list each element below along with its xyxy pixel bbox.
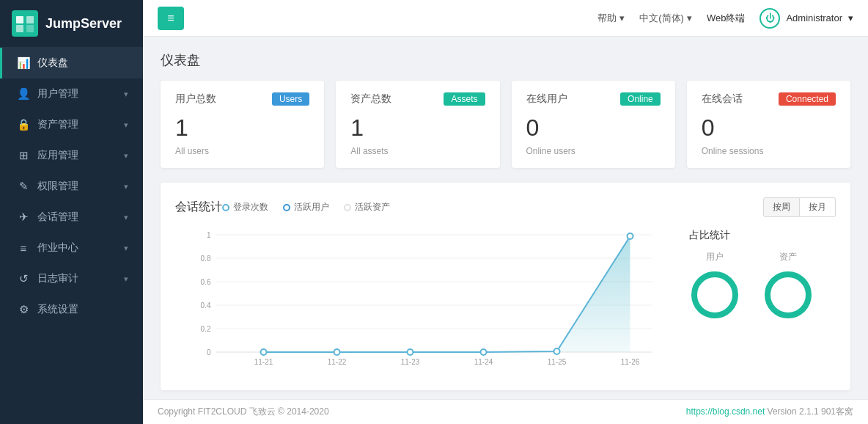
svg-text:11-23: 11-23 <box>401 358 420 366</box>
stat-card-users: 用户总数 Users 1 All users <box>161 81 324 168</box>
header-actions: 帮助 ▾ 中文(简体) ▾ Web终端 ⏻ Administrator ▾ <box>597 8 853 29</box>
svg-text:1: 1 <box>207 231 211 239</box>
logo-icon <box>12 10 38 37</box>
logo-area: JumpServer <box>0 0 143 48</box>
stat-desc: Online users <box>526 146 661 156</box>
session-stats-title: 会话统计 <box>175 200 222 215</box>
status-badge: Online <box>620 92 661 106</box>
help-link[interactable]: 帮助 ▾ <box>597 12 625 25</box>
svg-rect-0 <box>12 10 38 37</box>
sidebar-item-label: 系统设置 <box>37 303 128 316</box>
legend-users: 活跃用户 <box>283 201 329 213</box>
stats-body: 1 0.8 0.6 0.4 0.2 0 11 <box>175 229 836 376</box>
svg-text:11-22: 11-22 <box>328 358 347 366</box>
svg-text:0: 0 <box>207 348 211 357</box>
line-chart: 1 0.8 0.6 0.4 0.2 0 11 <box>175 229 674 376</box>
legend-label-assets: 活跃资产 <box>355 201 390 213</box>
svg-text:0.2: 0.2 <box>201 325 211 333</box>
stats-header: 会话统计 登录次数 活跃用户 活跃资产 <box>175 197 836 217</box>
lock-icon: 🔒 <box>17 118 30 131</box>
web-terminal-link[interactable]: Web终端 <box>707 12 746 25</box>
grid-icon: ⊞ <box>17 149 30 162</box>
legend-logins: 登录次数 <box>222 201 268 213</box>
log-icon: ↺ <box>17 272 30 285</box>
legend-dot-assets <box>344 204 351 211</box>
svg-point-24 <box>261 349 267 355</box>
copyright-text: Copyright FIT2CLOUD 飞致云 © 2014-2020 <box>158 406 329 418</box>
chevron-down-icon: ▾ <box>124 120 128 130</box>
sidebar-item-label: 应用管理 <box>37 149 124 162</box>
sidebar-item-label: 作业中心 <box>37 241 124 255</box>
stat-cards: 用户总数 Users 1 All users 资产总数 Assets 1 All… <box>161 81 850 168</box>
power-icon: ⏻ <box>765 12 775 23</box>
chart-area: 1 0.8 0.6 0.4 0.2 0 11 <box>175 229 674 376</box>
header: ≡ 帮助 ▾ 中文(简体) ▾ Web终端 ⏻ Administrator ▾ <box>143 0 868 37</box>
user-avatar: ⏻ <box>760 8 780 29</box>
stat-card-header: 用户总数 Users <box>175 92 309 106</box>
chevron-down-icon: ▾ <box>124 151 128 161</box>
svg-point-26 <box>408 349 413 355</box>
legend-label-logins: 登录次数 <box>233 201 268 213</box>
stat-desc: All assets <box>350 146 485 156</box>
donut-chart-user <box>689 269 740 321</box>
stat-value: 1 <box>175 114 309 142</box>
legend-assets: 活跃资产 <box>344 201 390 213</box>
sidebar-item-dashboard[interactable]: 📊 仪表盘 <box>0 48 143 78</box>
user-menu[interactable]: ⏻ Administrator ▾ <box>760 8 853 29</box>
toggle-week-button[interactable]: 按周 <box>763 197 800 217</box>
help-label: 帮助 <box>597 12 617 25</box>
session-stats-section: 会话统计 登录次数 活跃用户 活跃资产 <box>161 183 850 390</box>
chevron-down-icon: ▾ <box>124 182 128 191</box>
sidebar-item-label: 日志审计 <box>37 272 124 285</box>
legend-dot-users <box>283 204 290 211</box>
chart-legend: 登录次数 活跃用户 活跃资产 <box>222 201 390 213</box>
sidebar-item-user-mgmt[interactable]: 👤 用户管理 ▾ <box>0 78 143 109</box>
svg-rect-2 <box>26 16 34 23</box>
legend-label-users: 活跃用户 <box>294 201 329 213</box>
sidebar-item-sys-settings[interactable]: ⚙ 系统设置 <box>0 294 143 325</box>
sidebar-item-label: 仪表盘 <box>37 56 128 70</box>
chevron-down-icon: ▾ <box>124 244 128 253</box>
svg-point-25 <box>334 349 340 355</box>
stat-card-assets: 资产总数 Assets 1 All assets <box>336 81 499 168</box>
svg-rect-3 <box>16 25 23 32</box>
stat-card-online: 在线用户 Online 0 Online users <box>512 81 675 168</box>
lang-label: 中文(简体) <box>639 12 684 25</box>
svg-text:11-25: 11-25 <box>548 358 567 366</box>
sidebar-nav: 📊 仪表盘 👤 用户管理 ▾ 🔒 资产管理 ▾ ⊞ 应用管理 ▾ ✎ 权限管理 … <box>0 48 143 424</box>
chevron-down-icon: ▾ <box>124 274 128 284</box>
stat-desc: Online sessions <box>702 146 836 156</box>
svg-text:0.6: 0.6 <box>201 278 211 286</box>
sidebar-item-perm-mgmt[interactable]: ✎ 权限管理 ▾ <box>0 171 143 202</box>
status-badge: Users <box>272 92 309 106</box>
stat-card-title: 在线会话 <box>702 92 743 106</box>
stat-desc: All users <box>175 146 309 156</box>
svg-point-28 <box>554 348 560 354</box>
proportion-area: 占比统计 用户 资产 <box>689 229 836 376</box>
sidebar-item-label: 资产管理 <box>37 118 124 131</box>
sidebar-item-job-center[interactable]: ≡ 作业中心 ▾ <box>0 233 143 263</box>
sidebar-item-asset-mgmt[interactable]: 🔒 资产管理 ▾ <box>0 109 143 140</box>
svg-text:11-24: 11-24 <box>474 358 493 366</box>
stat-value: 1 <box>350 114 485 142</box>
status-badge: Assets <box>444 92 485 106</box>
time-toggle: 按周 按月 <box>763 197 836 217</box>
svg-text:11-26: 11-26 <box>621 358 640 366</box>
sidebar-item-app-mgmt[interactable]: ⊞ 应用管理 ▾ <box>0 140 143 171</box>
toggle-month-button[interactable]: 按月 <box>800 197 836 217</box>
stat-value: 0 <box>526 114 661 142</box>
svg-point-27 <box>481 349 487 355</box>
page-title: 仪表盘 <box>161 51 850 69</box>
stat-card-header: 在线用户 Online <box>526 92 661 106</box>
svg-text:11-21: 11-21 <box>254 358 273 366</box>
username-label: Administrator <box>786 12 842 23</box>
legend-dot-logins <box>222 204 229 211</box>
sidebar-item-session-mgmt[interactable]: ✈ 会话管理 ▾ <box>0 202 143 233</box>
main-area: ≡ 帮助 ▾ 中文(简体) ▾ Web终端 ⏻ Administrator ▾ … <box>143 0 868 424</box>
menu-toggle-button[interactable]: ≡ <box>158 7 184 30</box>
proportion-col-user: 用户 <box>689 251 740 321</box>
svg-rect-4 <box>26 25 34 32</box>
lang-link[interactable]: 中文(简体) ▾ <box>639 12 692 25</box>
footer-link[interactable]: https://blog.csdn.net <box>686 406 765 417</box>
sidebar-item-audit-log[interactable]: ↺ 日志审计 ▾ <box>0 263 143 294</box>
